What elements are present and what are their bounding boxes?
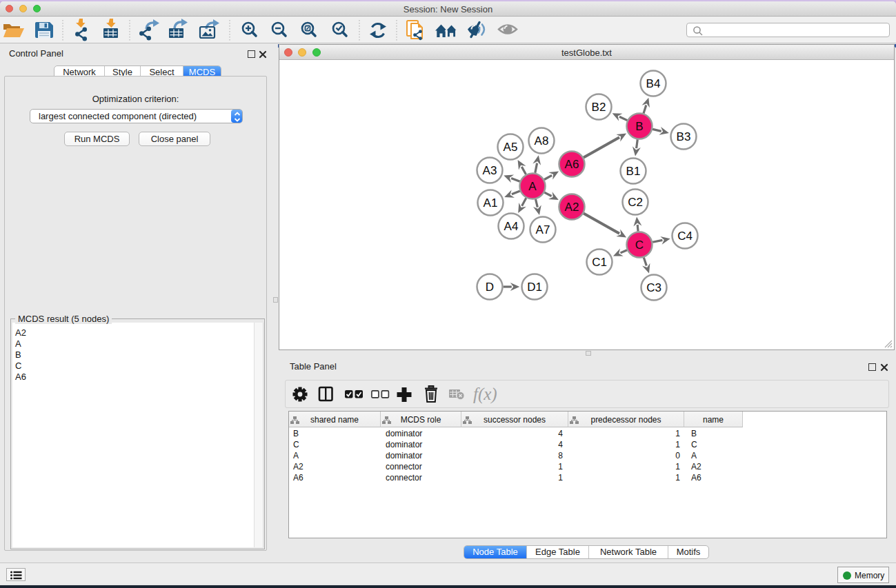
svg-text:D1: D1	[527, 281, 542, 294]
svg-text:C2: C2	[628, 196, 643, 209]
svg-text:A8: A8	[535, 134, 549, 148]
svg-text:C: C	[635, 239, 644, 252]
svg-text:C1: C1	[592, 256, 607, 269]
svg-text:C3: C3	[646, 281, 661, 294]
svg-text:C4: C4	[677, 230, 693, 243]
svg-text:A3: A3	[483, 164, 497, 177]
svg-text:f(x): f(x)	[473, 385, 497, 404]
svg-text:D: D	[486, 281, 494, 294]
svg-text:B3: B3	[677, 130, 691, 143]
svg-text:A1: A1	[484, 196, 498, 210]
svg-text:B1: B1	[626, 165, 641, 178]
svg-text:A4: A4	[504, 220, 519, 233]
svg-text:A2: A2	[565, 201, 579, 214]
svg-text:A: A	[528, 180, 537, 193]
svg-text:A7: A7	[536, 223, 550, 236]
svg-text:A6: A6	[565, 158, 579, 171]
svg-text:B: B	[635, 120, 643, 133]
svg-text:B4: B4	[646, 77, 661, 90]
svg-text:B2: B2	[592, 101, 606, 114]
svg-text:A5: A5	[504, 141, 518, 154]
